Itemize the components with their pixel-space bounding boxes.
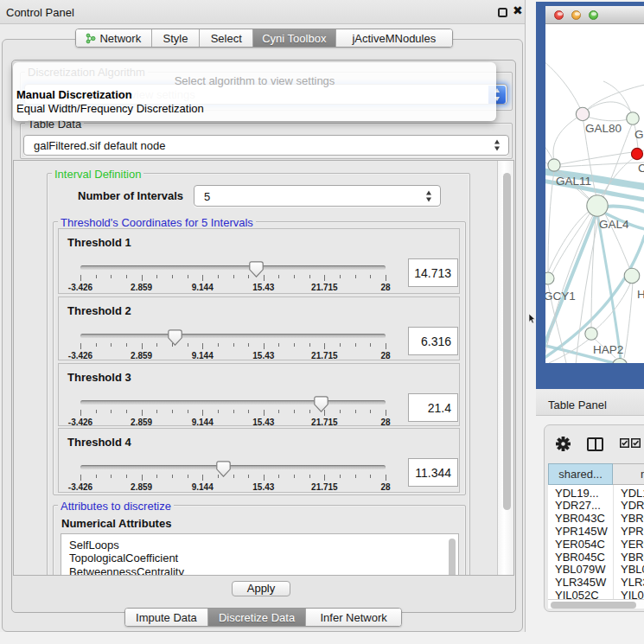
tab-cyni-toolbox[interactable]: Cyni Toolbox (252, 29, 335, 47)
gear-icon[interactable] (556, 437, 571, 451)
slider-thumb[interactable] (314, 396, 328, 412)
network-node-hap2[interactable] (585, 328, 597, 340)
slider-thumb[interactable] (249, 261, 264, 277)
slider-track[interactable] (80, 465, 386, 469)
network-edge[interactable] (585, 102, 632, 113)
network-node-c[interactable] (631, 148, 642, 159)
slider-minor-tick (233, 343, 234, 347)
attribute-list-item[interactable]: SelfLoops (69, 539, 119, 552)
network-edge[interactable] (591, 216, 596, 328)
slider-track[interactable] (80, 400, 386, 405)
apply-button[interactable]: Apply (232, 581, 290, 596)
network-edge[interactable] (584, 116, 628, 121)
slider-minor-tick (370, 275, 371, 278)
slider-track[interactable] (80, 265, 386, 270)
close-traffic-light-icon[interactable] (554, 10, 564, 20)
float-window-icon[interactable] (498, 8, 507, 17)
table-row[interactable]: YBR045CYBR0 (548, 549, 644, 562)
network-node-gcy1[interactable] (545, 272, 554, 284)
slider-minor-tick (96, 475, 97, 478)
slider-thumb[interactable] (168, 329, 182, 346)
slider-major-tick (80, 475, 81, 481)
slider-track[interactable] (80, 334, 386, 338)
table-row[interactable]: YBL079WYBL0 (548, 562, 644, 575)
slider-major-tick (202, 410, 203, 416)
table-row[interactable]: YIL052CYIL0 (548, 587, 644, 600)
column-divider (613, 485, 614, 599)
slider-minor-tick (111, 475, 112, 478)
column-header-shared-name[interactable]: shared... (548, 463, 613, 485)
checkbox-checked-icon[interactable] (620, 438, 629, 448)
number-of-intervals-value: 5 (204, 189, 210, 202)
tab-impute-data[interactable]: Impute Data (125, 609, 207, 626)
list-scrollbar-thumb[interactable] (449, 539, 456, 576)
tab-jactivemnodules[interactable]: jActiveMNodules (335, 29, 452, 47)
network-node-gal4[interactable] (587, 195, 608, 216)
table-row[interactable]: YER054CYER0 (548, 536, 644, 549)
network-node-gal11[interactable] (548, 159, 560, 171)
table-row[interactable]: YPR145WYPR1 (548, 523, 644, 536)
settings-scrollbar[interactable] (497, 161, 513, 575)
popup-item-prompt[interactable]: Select algorithm to view settings (13, 74, 496, 87)
network-edge[interactable] (548, 171, 554, 272)
network-edge[interactable] (545, 54, 580, 108)
threshold-value-field[interactable]: 14.713 (408, 258, 458, 287)
split-columns-icon[interactable] (587, 437, 603, 451)
tab-discretize-data[interactable]: Discretize Data (207, 609, 305, 626)
threshold-value-field[interactable]: 6.316 (408, 327, 458, 355)
table-row[interactable]: YDL19...YDL1 (548, 485, 644, 498)
slider-minor-tick (294, 475, 295, 478)
slider-major-tick (142, 343, 143, 349)
numerical-attributes-list[interactable]: SelfLoopsTopologicalCoefficientBetweenne… (61, 533, 459, 576)
network-window-titlebar[interactable] (545, 6, 644, 24)
minimize-traffic-light-icon[interactable] (571, 10, 581, 20)
table-h-scrollbar-thumb[interactable] (551, 602, 636, 609)
threshold-value-field[interactable]: 11.344 (408, 458, 458, 487)
network-node-gal80[interactable] (576, 107, 589, 120)
table-data-combobox[interactable]: galFiltered.sif default node (23, 135, 509, 156)
slider-tick-label: 15.43 (252, 283, 274, 292)
settings-scrollbar-thumb[interactable] (503, 173, 511, 510)
tab-infer-network[interactable]: Infer Network (305, 609, 401, 626)
network-node-label: H (637, 288, 644, 301)
network-node-label: G. (634, 128, 644, 141)
attribute-list-item[interactable]: BetweennessCentrality (69, 565, 184, 576)
slider-minor-tick (370, 343, 371, 347)
popup-item-equal-width[interactable]: Equal Width/Frequency Discretization (16, 102, 204, 115)
slider-major-tick (324, 475, 325, 481)
tab-network[interactable]: Network (76, 29, 151, 47)
zoom-traffic-light-icon[interactable] (589, 10, 598, 20)
number-of-intervals-combobox[interactable]: 5 (194, 185, 441, 207)
network-edge[interactable] (545, 135, 553, 160)
slider-major-tick (202, 275, 203, 281)
network-edge[interactable] (560, 163, 644, 167)
network-canvas[interactable]: GAL80G.C.GAL11GAL4GCY1HHAP2 (545, 24, 644, 363)
thresholds-group-title: Threshold's Coordinates for 5 Intervals (58, 216, 256, 229)
slider-minor-tick (188, 343, 188, 347)
network-node[interactable] (613, 359, 628, 364)
bottom-tab-bar: Impute DataDiscretize DataInfer Network (124, 608, 402, 627)
slider-minor-tick (309, 343, 310, 347)
tab-select[interactable]: Select (199, 29, 252, 47)
tab-style[interactable]: Style (151, 29, 200, 47)
close-icon[interactable]: ✖ (513, 3, 523, 17)
network-node-label: GAL4 (599, 218, 629, 231)
attribute-list-item[interactable]: TopologicalCoefficient (69, 552, 178, 564)
table-row[interactable]: YBR043CYBR0 (548, 511, 644, 524)
slider-minor-tick (126, 410, 127, 413)
network-node-g[interactable] (627, 112, 640, 125)
network-edge[interactable] (553, 114, 583, 160)
column-header-name[interactable]: n (613, 463, 644, 485)
popup-item-manual-discretization[interactable]: Manual Discretization (16, 88, 132, 101)
network-node-h[interactable] (624, 268, 640, 284)
slider-major-tick (324, 275, 325, 281)
checkbox-checked-icon[interactable] (631, 438, 641, 448)
slider-minor-tick (218, 343, 219, 347)
table-h-scrollbar[interactable] (548, 599, 644, 609)
network-edge[interactable] (548, 212, 589, 272)
table-row[interactable]: YLR345WYLR3 (548, 575, 644, 588)
slider-thumb[interactable] (216, 461, 231, 477)
numerical-attributes-label: Numerical Attributes (61, 517, 171, 530)
threshold-value-field[interactable]: 21.4 (408, 393, 458, 422)
table-row[interactable]: YDR27...YDR2 (548, 498, 644, 511)
